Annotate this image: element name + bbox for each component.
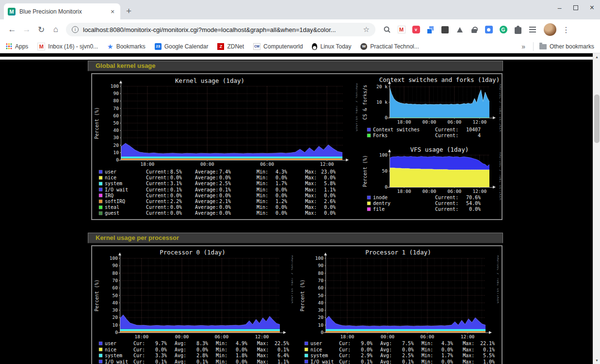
scrollbar-up-arrow[interactable]: ▲ (593, 53, 600, 61)
vfs-usage-graph[interactable]: RRDTOOL / TOBI OETIKERPercent (%)VFS usa… (361, 145, 501, 215)
svg-text:90: 90 (113, 263, 118, 268)
shade-extension-icon[interactable] (440, 25, 450, 35)
gmail-extension-icon[interactable]: M (396, 25, 406, 35)
bookmarks-bar: Apps M Inbox (16) - sjvn0... ★ Bookmarks… (0, 40, 600, 53)
svg-text:8.5%: 8.5% (170, 169, 182, 174)
svg-text:1.0%: 1.0% (483, 359, 495, 364)
bookmarks-overflow-icon[interactable]: » (521, 43, 525, 50)
page-info-icon[interactable]: i (72, 26, 79, 33)
bookmark-google-calendar[interactable]: 23 Google Calendar (155, 43, 209, 50)
svg-text:40: 40 (113, 300, 118, 305)
svg-text:Max:: Max: (463, 359, 474, 364)
profile-avatar[interactable] (544, 23, 556, 36)
close-window-button[interactable]: × (590, 3, 594, 12)
scrollbar-track[interactable]: ▲ ▼ (593, 53, 600, 364)
svg-text:Max:: Max: (257, 341, 269, 346)
svg-text:system: system (105, 181, 122, 186)
svg-text:00:00: 00:00 (422, 189, 437, 194)
forward-button[interactable]: → (19, 25, 34, 34)
svg-text:Max:: Max: (463, 341, 474, 346)
svg-text:0.0%: 0.0% (324, 210, 336, 216)
minimize-button[interactable]: – (558, 4, 562, 12)
svg-text:1.1%: 1.1% (324, 187, 336, 192)
bookmark-computerworld[interactable]: CW Computerworld (253, 43, 303, 50)
back-button[interactable]: ← (5, 25, 19, 34)
copy-extension-icon[interactable] (425, 25, 436, 35)
kernel-chart: RRDTOOL / TOBI OETIKERPercent (%)Kernel … (93, 75, 357, 218)
svg-text:Cur:: Cur: (133, 353, 145, 358)
svg-text:1.1%: 1.1% (277, 359, 289, 364)
extensions-puzzle-icon[interactable] (513, 25, 523, 35)
svg-text:10: 10 (318, 322, 324, 328)
scrollbar-down-arrow[interactable]: ▼ (593, 357, 600, 364)
svg-text:1.7%: 1.7% (441, 353, 453, 358)
processor-0-graph[interactable]: RRDTOOL / TOBI OETIKERPercent (%)Process… (93, 247, 293, 364)
svg-text:20 k: 20 k (376, 84, 388, 89)
window-controls: – × (558, 3, 594, 12)
context-switches-graph[interactable]: RRDTOOL / TOBI OETIKERCS & forks/sContex… (361, 75, 501, 143)
bookmark-practical-technology[interactable]: W Practical Technol... (360, 43, 419, 50)
svg-text:Percent (%): Percent (%) (300, 279, 305, 311)
bookmark-bookmarks[interactable]: ★ Bookmarks (107, 43, 146, 50)
svg-text:VFS usage (1day): VFS usage (1day) (410, 146, 469, 153)
maximize-button[interactable] (573, 5, 578, 10)
bookmark-apps[interactable]: Apps (6, 43, 28, 50)
tab-close-icon[interactable]: × (109, 8, 116, 16)
kernel-usage-graph[interactable]: RRDTOOL / TOBI OETIKERPercent (%)Kernel … (93, 75, 357, 218)
url-text[interactable]: localhost:8080/monitorix-cgi/monitorix.c… (83, 26, 360, 33)
reading-list-icon[interactable] (527, 25, 537, 35)
flask-extension-icon[interactable] (454, 25, 465, 35)
pocket-extension-icon[interactable]: v (411, 25, 421, 35)
svg-text:60: 60 (113, 285, 118, 290)
browser-tab[interactable]: M Blue Precision Monitorix × (4, 3, 120, 19)
svg-text:100: 100 (315, 255, 324, 261)
svg-text:Forks: Forks (373, 133, 388, 138)
svg-text:12:00: 12:00 (255, 334, 269, 339)
svg-text:2.1%: 2.1% (219, 199, 231, 204)
svg-text:Max:: Max: (305, 205, 317, 210)
svg-text:Avg:: Avg: (175, 353, 186, 358)
search-extension-icon[interactable] (382, 25, 392, 35)
bookmark-zdnet[interactable]: Z ZDNet (217, 43, 244, 50)
svg-text:Min:: Min: (257, 210, 268, 216)
svg-text:Max:: Max: (305, 210, 317, 216)
svg-text:Current:: Current: (146, 175, 169, 180)
svg-text:0.0%: 0.0% (170, 193, 182, 198)
bookmark-linux-today[interactable]: Linux Today (312, 43, 351, 50)
lock-extension-icon[interactable] (469, 25, 479, 35)
svg-text:Average:: Average: (195, 181, 218, 186)
reload-button[interactable]: ↻ (34, 25, 49, 35)
svg-text:54.0%: 54.0% (466, 201, 481, 206)
bookmark-star-icon[interactable]: ☆ (363, 25, 370, 34)
screenshot-extension-icon[interactable] (484, 25, 494, 35)
grammarly-extension-icon[interactable]: G (498, 25, 508, 35)
svg-text:I/O wait: I/O wait (310, 359, 334, 364)
svg-text:Min:: Min: (216, 341, 227, 346)
svg-text:0.1%: 0.1% (219, 187, 231, 192)
bookmark-label: Bookmarks (116, 43, 146, 50)
svg-text:10: 10 (113, 322, 118, 328)
svg-text:dentry: dentry (373, 201, 390, 206)
svg-text:50: 50 (382, 168, 388, 174)
svg-text:1.2%: 1.2% (276, 199, 287, 204)
svg-text:00:00: 00:00 (175, 334, 189, 339)
bookmark-inbox[interactable]: M Inbox (16) - sjvn0... (37, 43, 98, 50)
browser-menu-icon[interactable]: ⋮ (562, 25, 569, 34)
svg-text:90: 90 (318, 263, 324, 268)
svg-text:Min:: Min: (257, 205, 268, 210)
processor-1-graph[interactable]: RRDTOOL / TOBI OETIKERPercent (%)Process… (299, 247, 499, 364)
svg-text:Min:: Min: (422, 347, 433, 352)
scrollbar-thumb[interactable] (594, 95, 600, 143)
svg-text:0.1%: 0.1% (483, 347, 495, 352)
svg-text:Max:: Max: (305, 181, 317, 186)
section-title-kernel-usage-per-processor: Kernel usage per processor (88, 233, 503, 243)
svg-text:0.0%: 0.0% (469, 206, 481, 212)
other-bookmarks[interactable]: Other bookmarks (539, 43, 594, 50)
new-tab-button[interactable]: + (126, 6, 131, 16)
url-bar[interactable]: i localhost:8080/monitorix-cgi/monitorix… (66, 23, 375, 36)
svg-text:50: 50 (318, 293, 324, 298)
svg-text:IRQ: IRQ (105, 193, 114, 198)
svg-text:RRDTOOL / TOBI OETIKER: RRDTOOL / TOBI OETIKER (355, 83, 357, 131)
svg-text:Current:: Current: (435, 195, 458, 200)
home-button[interactable]: ⌂ (49, 25, 63, 34)
